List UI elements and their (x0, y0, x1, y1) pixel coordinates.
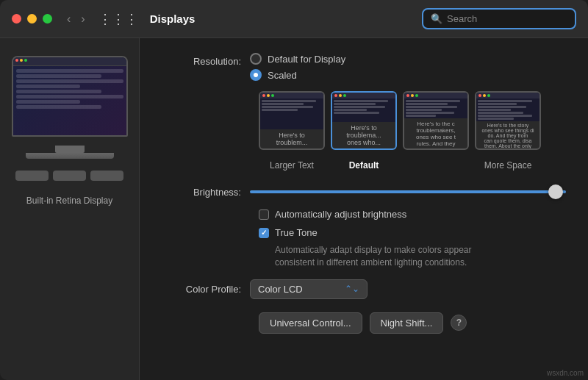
search-input[interactable] (447, 13, 567, 24)
preview-line (16, 79, 123, 83)
display-pill (15, 171, 49, 181)
display-preview (12, 56, 128, 137)
mini-dot-yellow (339, 94, 342, 97)
stand-base (26, 153, 114, 159)
preview-line (16, 74, 102, 78)
night-shift-button[interactable]: Night Shift... (370, 312, 444, 334)
scale-option-default[interactable]: Here's totroublema...ones who... (331, 91, 397, 150)
resolution-label: Resolution: (162, 53, 250, 69)
preview-line (16, 69, 123, 73)
true-tone-desc: Automatically adapt display to make colo… (275, 244, 510, 269)
radio-label-scaled: Scaled (268, 70, 297, 81)
mini-dot-green (343, 94, 346, 97)
minimize-button[interactable] (27, 14, 37, 24)
traffic-lights (12, 14, 52, 24)
back-button[interactable]: ‹ (64, 12, 74, 26)
dropdown-arrows-icon: ⌃⌄ (345, 284, 359, 294)
color-profile-row: Color Profile: Color LCD ⌃⌄ (162, 279, 566, 299)
mini-dot-red (334, 94, 337, 97)
radio-label-default: Default for Display (268, 54, 345, 65)
scale-bottom-larger: Larger Text (259, 160, 325, 171)
preview-line (16, 85, 81, 88)
brightness-slider[interactable] (250, 184, 566, 199)
auto-brightness-label: Automatically adjust brightness (275, 209, 406, 220)
preview-line (16, 105, 102, 109)
display-label-bar (15, 171, 123, 181)
maximize-button[interactable] (43, 14, 52, 24)
preview-menubar (13, 57, 126, 66)
scale-bottom-default: Default (331, 160, 397, 171)
mini-dot-red (478, 94, 481, 97)
mini-dot-red (406, 94, 409, 97)
resolution-row: Resolution: Default for Display Scaled (162, 53, 566, 81)
true-tone-checkbox[interactable] (259, 228, 269, 238)
color-profile-dropdown[interactable]: Color LCD ⌃⌄ (250, 279, 368, 299)
brightness-label: Brightness: (162, 184, 250, 200)
window-title: Displays (150, 12, 413, 25)
color-profile-value: Color LCD (258, 284, 303, 295)
color-profile-label: Color Profile: (162, 281, 250, 297)
brightness-row: Brightness: (162, 184, 566, 200)
scale-option-more-space[interactable]: Here's to the storyones who see things d… (475, 91, 541, 150)
mini-dot-yellow (411, 94, 414, 97)
true-tone-option[interactable]: True Tone (259, 227, 318, 238)
scale-preview-text-more: Here's to the storyones who see things d… (480, 121, 537, 150)
scale-option-medium[interactable]: Here's to the ctroublemakers,ones who se… (403, 91, 469, 150)
scale-options: Here's totroublem... (259, 91, 566, 150)
universal-control-button[interactable]: Universal Control... (259, 312, 362, 334)
scale-preview-content (476, 98, 539, 121)
auto-brightness-checkbox[interactable] (259, 209, 269, 220)
scale-preview-content (260, 98, 323, 129)
main: Built-in Retina Display Resolution: Defa… (0, 38, 588, 380)
content-area: Resolution: Default for Display Scaled (140, 38, 588, 380)
resolution-options: Default for Display Scaled (250, 53, 345, 81)
preview-mini-menubar (260, 93, 323, 98)
scale-preview-medium (404, 93, 467, 118)
scale-bottom-more: More Space (475, 160, 541, 171)
close-button[interactable] (12, 14, 21, 24)
mini-dot-green (271, 94, 274, 97)
forward-button[interactable]: › (78, 12, 87, 26)
auto-brightness-option[interactable]: Automatically adjust brightness (259, 209, 406, 220)
true-tone-label: True Tone (275, 227, 318, 238)
radio-circle-scaled (250, 69, 262, 81)
scale-labels-row: Larger Text Default More Space (259, 160, 566, 171)
slider-thumb[interactable] (548, 184, 563, 199)
mini-dot-green (415, 94, 418, 97)
search-box[interactable]: 🔍 (422, 8, 576, 29)
scale-preview-content (332, 98, 395, 122)
nav-buttons: ‹ › (64, 12, 88, 26)
auto-brightness-row: Automatically adjust brightness (259, 209, 566, 220)
scale-preview-text-medium: Here's to the ctroublemakers,ones who se… (415, 118, 457, 149)
slider-track (250, 190, 566, 193)
preview-line (16, 90, 102, 93)
scale-option-larger[interactable]: Here's totroublem... (259, 91, 325, 150)
true-tone-row: True Tone Automatically adapt display to… (259, 227, 566, 269)
bottom-buttons: Universal Control... Night Shift... ? (259, 312, 566, 334)
display-name: Built-in Retina Display (26, 196, 112, 206)
preview-line (16, 95, 123, 98)
radio-option-scaled[interactable]: Scaled (250, 69, 345, 81)
mini-dot-red (262, 94, 265, 97)
display-pill (90, 171, 123, 181)
stand-neck (55, 146, 85, 153)
mini-dot-yellow (267, 94, 270, 97)
scale-preview-text-larger: Here's totroublem... (275, 129, 309, 148)
scale-preview-text-default: Here's totroublema...ones who... (345, 122, 383, 148)
radio-option-default[interactable]: Default for Display (250, 53, 345, 65)
grid-icon[interactable]: ⋮⋮⋮ (98, 11, 138, 27)
mini-dot-green (487, 94, 490, 97)
preview-mini-menubar (476, 93, 539, 98)
scale-preview-larger (260, 93, 323, 129)
display-pill (53, 171, 86, 181)
scale-preview-more (476, 93, 539, 121)
scale-bottom-medium (403, 160, 469, 171)
mini-dot-yellow (483, 94, 486, 97)
help-button[interactable]: ? (451, 315, 467, 331)
display-stand (12, 146, 128, 159)
preview-content (13, 66, 126, 135)
titlebar: ‹ › ⋮⋮⋮ Displays 🔍 (0, 0, 588, 38)
scale-preview-content (404, 98, 467, 118)
scale-preview-default (332, 93, 395, 122)
preview-mini-menubar (404, 93, 467, 98)
